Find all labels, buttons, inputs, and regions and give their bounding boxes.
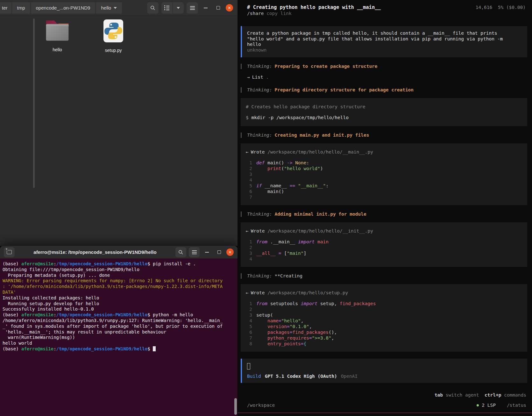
file-item-hello[interactable]: hello xyxy=(38,19,76,53)
terminal-line: Obtaining file:///tmp/opencode_session-P… xyxy=(3,267,235,273)
new-tab-button[interactable] xyxy=(4,247,15,257)
thinking-marker xyxy=(241,273,242,279)
write-file-block: ←Wrote /workspace/tmp/hello/hello/__main… xyxy=(241,143,527,205)
user-message-meta: unknown xyxy=(247,47,266,53)
hint-label: commands xyxy=(501,392,526,398)
thinking-marker xyxy=(241,133,242,138)
minimize-icon xyxy=(204,8,208,8)
file-manager-scrollbar[interactable] xyxy=(33,18,35,188)
path-segment-opencode_...on-PW1ND9[interactable]: opencode_...on-PW1ND9 xyxy=(31,2,96,14)
close-icon: ✕ xyxy=(228,6,231,10)
folder-icon xyxy=(45,19,70,42)
terminal-window: aferro@msi1e: /tmp/opencode_session-PW1N… xyxy=(0,246,238,416)
terminal-maximize-button[interactable] xyxy=(214,247,224,257)
code-listing: 1from .__main__ import main23__all__ = [… xyxy=(246,239,522,262)
close-icon: ✕ xyxy=(228,250,231,255)
close-button[interactable]: ✕ xyxy=(226,4,233,11)
terminal-title: aferro@msi1e: /tmp/opencode_session-PW1N… xyxy=(17,249,173,255)
file-manager-window: tertmpopencode_...on-PW1ND9hello ✕ xyxy=(0,0,238,246)
provider-name: OpenAI xyxy=(341,373,358,379)
list-view-icon[interactable] xyxy=(161,2,173,14)
thinking-marker xyxy=(241,212,242,217)
written-file-path: /workspace/tmp/hello/hello/__init__.py xyxy=(267,228,373,233)
terminal-line: /home/aferro/miniconda3/lib/python3.9/ru… xyxy=(3,318,235,324)
new-tab-icon xyxy=(7,250,12,254)
file-item-setup.py[interactable]: setup.py xyxy=(94,19,132,53)
terminal-line: : '/home/aferro/miniconda3/lib/python3.9… xyxy=(3,284,235,290)
terminal-line: (base) aferro@msi1e:/tmp/opencode_sessio… xyxy=(3,346,235,352)
status-command[interactable]: /status xyxy=(507,403,526,408)
hamburger-icon xyxy=(192,250,197,254)
terminal-line: Installing collected packages: hello xyxy=(3,295,235,301)
terminal-line: WARNING: Error parsing requirements for … xyxy=(3,278,235,284)
terminal-search-button[interactable] xyxy=(175,247,186,257)
search-icon xyxy=(178,250,183,255)
session-header: # Creating python hello package with __m… xyxy=(238,0,532,16)
terminal-headerbar: aferro@msi1e: /tmp/opencode_session-PW1N… xyxy=(0,246,238,259)
bash-block: # Creates hello package directory struct… xyxy=(241,98,527,126)
maximize-icon xyxy=(217,250,221,254)
code-listing: 1from setuptools import setup, find_pack… xyxy=(246,301,522,347)
minimize-icon xyxy=(205,252,209,253)
prompt-input[interactable]: Build GPT 5.1 Codex High (OAuth) OpenAI xyxy=(241,359,527,383)
arrow-left-icon: ← xyxy=(246,290,249,295)
file-manager-headerbar: tertmpopencode_...on-PW1ND9hello ✕ xyxy=(0,0,238,16)
code-listing: 1def main() -> None:2 print("hello world… xyxy=(246,160,522,200)
terminal-close-button[interactable]: ✕ xyxy=(226,248,234,256)
hint-key: ctrl+p xyxy=(485,392,501,398)
terminal-line: (base) aferro@msi1e:/tmp/opencode_sessio… xyxy=(3,312,235,318)
path-segment-label: tmp xyxy=(17,5,25,11)
terminal-menu-button[interactable] xyxy=(189,247,200,257)
chevron-down-icon[interactable] xyxy=(173,2,184,14)
write-file-block: ←Wrote /workspace/tmp/hello/setup.py1fro… xyxy=(241,284,527,352)
maximize-button[interactable] xyxy=(213,3,223,13)
path-segment-label: hello xyxy=(101,5,111,11)
terminal-line: Preparing metadata (setup.py) ... done xyxy=(3,273,235,278)
thinking-marker xyxy=(241,87,242,93)
view-toggle-button[interactable] xyxy=(161,2,184,14)
path-segment-ter[interactable]: ter xyxy=(0,2,11,14)
path-bar: tertmpopencode_...on-PW1ND9hello xyxy=(0,2,122,14)
python-icon xyxy=(103,19,124,43)
model-name: GPT 5.1 Codex High (OAuth) xyxy=(265,373,337,379)
terminal-line: 'hello.__main__'; this may result in unp… xyxy=(3,329,235,335)
arrow-left-icon: ← xyxy=(246,228,249,233)
path-segment-hello[interactable]: hello xyxy=(96,2,122,14)
share-hint: copy link xyxy=(266,11,292,16)
terminal-scrollbar[interactable] xyxy=(234,398,237,415)
terminal-line: Running setup.py develop for hello xyxy=(3,301,235,307)
conversation: Thinking:Preparing to create package str… xyxy=(238,63,532,352)
file-label: hello xyxy=(53,47,62,52)
chevron-down-icon xyxy=(114,7,117,9)
session-title: # Creating python hello package with __m… xyxy=(247,4,381,10)
thinking-row: Thinking:Preparing directory structure f… xyxy=(241,87,532,93)
file-grid: hellosetup.py xyxy=(38,19,132,53)
opencode-panel: # Creating python hello package with __m… xyxy=(238,0,532,416)
thinking-row: Thinking:Creating main.py and init.py fi… xyxy=(241,132,532,138)
text-cursor xyxy=(247,363,250,369)
terminal-minimize-button[interactable] xyxy=(202,247,212,257)
file-label: setup.py xyxy=(105,48,122,53)
share-command[interactable]: /share xyxy=(247,11,264,16)
terminal-cursor xyxy=(153,346,156,351)
written-file-path: /workspace/tmp/hello/hello/__main__.py xyxy=(267,149,373,154)
minimize-button[interactable] xyxy=(201,3,210,13)
path-segment-tmp[interactable]: tmp xyxy=(12,2,30,14)
terminal-line: DATA' xyxy=(3,290,235,295)
desktop: tertmpopencode_...on-PW1ND9hello ✕ xyxy=(0,0,532,416)
maximize-icon xyxy=(216,6,220,10)
path-segment-label: ter xyxy=(2,5,8,11)
write-file-block: ←Wrote /workspace/tmp/hello/hello/__init… xyxy=(241,222,527,267)
panel-bottom-border xyxy=(238,412,532,413)
agent-selector[interactable]: Build xyxy=(247,373,261,379)
keybind-hints: tab switch agent ctrl+p commands xyxy=(435,392,526,398)
path-segment-label: opencode_...on-PW1ND9 xyxy=(36,5,90,11)
thinking-row: Thinking:**Creating xyxy=(241,273,532,279)
menu-button[interactable] xyxy=(187,2,198,14)
thinking-row: Thinking:Preparing to create package str… xyxy=(241,63,532,69)
search-button[interactable] xyxy=(147,2,159,14)
terminal-line: (base) aferro@msi1e:/tmp/opencode_sessio… xyxy=(3,261,235,267)
hint-key: tab xyxy=(435,392,443,398)
thinking-row: Thinking:Adding minimal init.py for modu… xyxy=(241,211,532,217)
user-message: Create a python package in tmp called he… xyxy=(241,26,527,57)
